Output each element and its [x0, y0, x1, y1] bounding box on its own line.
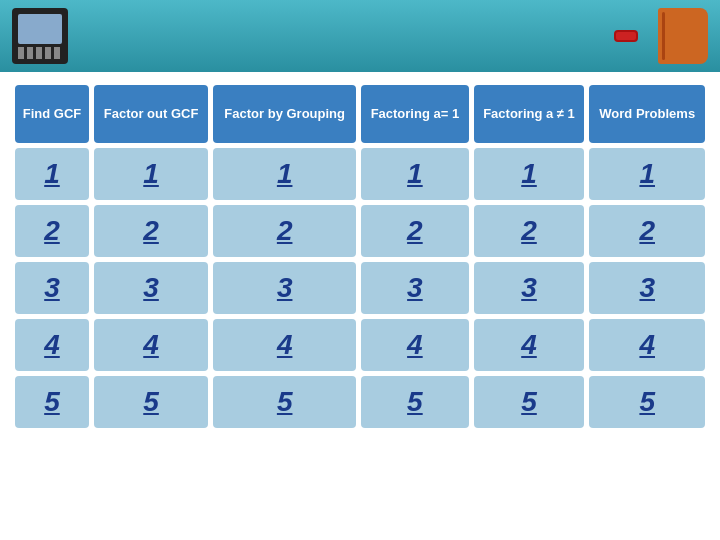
cell-col-find-gcf-3[interactable]: 3 [15, 262, 89, 314]
cell-col-word-problems-4[interactable]: 4 [589, 319, 705, 371]
col-find-gcf-header: Find GCF [15, 85, 89, 143]
cell-col-find-gcf-5[interactable]: 5 [15, 376, 89, 428]
calculator-icon [12, 8, 68, 64]
table-row-3: 333333 [15, 262, 705, 314]
cell-col-factoring-ane1-3[interactable]: 3 [474, 262, 585, 314]
col-factor-out-gcf-header: Factor out GCF [94, 85, 208, 143]
cell-col-find-gcf-2[interactable]: 2 [15, 205, 89, 257]
cell-col-factor-out-gcf-3[interactable]: 3 [94, 262, 208, 314]
jeopardy-board: Find GCFFactor out GCFFactor by Grouping… [0, 72, 720, 441]
cell-col-factoring-a1-3[interactable]: 3 [361, 262, 468, 314]
cell-col-word-problems-3[interactable]: 3 [589, 262, 705, 314]
col-factoring-a1-header: Factoring a= 1 [361, 85, 468, 143]
cell-col-word-problems-5[interactable]: 5 [589, 376, 705, 428]
score-rows: 111111222222333333444444555555 [15, 148, 705, 428]
cell-col-factoring-a1-2[interactable]: 2 [361, 205, 468, 257]
table-row-2: 222222 [15, 205, 705, 257]
cell-col-find-gcf-1[interactable]: 1 [15, 148, 89, 200]
cell-col-word-problems-2[interactable]: 2 [589, 205, 705, 257]
cell-col-factoring-ane1-5[interactable]: 5 [474, 376, 585, 428]
cell-col-factor-out-gcf-4[interactable]: 4 [94, 319, 208, 371]
cell-col-factor-out-gcf-5[interactable]: 5 [94, 376, 208, 428]
cell-col-factoring-ane1-4[interactable]: 4 [474, 319, 585, 371]
exit-button[interactable] [614, 30, 638, 42]
book-icon [658, 8, 708, 64]
cell-col-factoring-a1-1[interactable]: 1 [361, 148, 468, 200]
cell-col-factor-grouping-5[interactable]: 5 [213, 376, 356, 428]
table-row-1: 111111 [15, 148, 705, 200]
header-right [614, 8, 708, 64]
cell-col-factoring-a1-4[interactable]: 4 [361, 319, 468, 371]
table-row-5: 555555 [15, 376, 705, 428]
cell-col-find-gcf-4[interactable]: 4 [15, 319, 89, 371]
table-row-4: 444444 [15, 319, 705, 371]
cell-col-factoring-ane1-1[interactable]: 1 [474, 148, 585, 200]
cell-col-factor-out-gcf-2[interactable]: 2 [94, 205, 208, 257]
cell-col-factoring-a1-5[interactable]: 5 [361, 376, 468, 428]
cell-col-factor-out-gcf-1[interactable]: 1 [94, 148, 208, 200]
jeopardy-table: Find GCFFactor out GCFFactor by Grouping… [10, 80, 710, 433]
cell-col-factor-grouping-2[interactable]: 2 [213, 205, 356, 257]
cell-col-factoring-ane1-2[interactable]: 2 [474, 205, 585, 257]
cell-col-factor-grouping-1[interactable]: 1 [213, 148, 356, 200]
cell-col-factor-grouping-3[interactable]: 3 [213, 262, 356, 314]
col-factor-grouping-header: Factor by Grouping [213, 85, 356, 143]
cell-col-factor-grouping-4[interactable]: 4 [213, 319, 356, 371]
cell-col-word-problems-1[interactable]: 1 [589, 148, 705, 200]
col-factoring-ane1-header: Factoring a ≠ 1 [474, 85, 585, 143]
app-header [0, 0, 720, 72]
col-word-problems-header: Word Problems [589, 85, 705, 143]
column-headers: Find GCFFactor out GCFFactor by Grouping… [15, 85, 705, 143]
